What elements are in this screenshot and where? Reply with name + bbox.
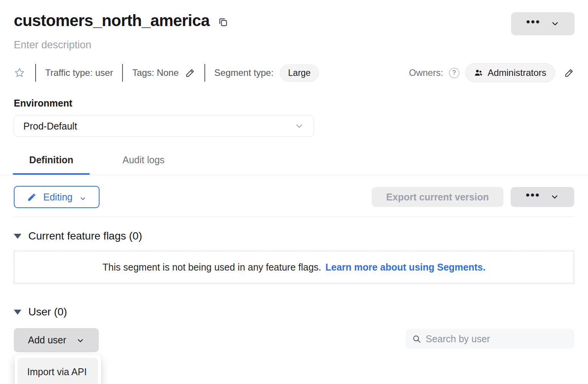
chevron-down-icon xyxy=(79,194,87,201)
add-user-button[interactable]: Add user xyxy=(14,328,99,352)
environment-section: Environment Prod-Default xyxy=(0,98,588,137)
user-section: User (0) Add user Import via API xyxy=(14,306,574,352)
environment-select[interactable]: Prod-Default xyxy=(14,115,314,137)
traffic-type: Traffic type: user xyxy=(36,67,122,78)
help-question-icon[interactable]: ? xyxy=(449,68,459,78)
menu-item-import-via-api[interactable]: Import via API xyxy=(18,358,98,384)
page-title: customers_north_america xyxy=(14,11,209,30)
editing-status-label: Editing xyxy=(43,192,72,203)
feature-flags-section-title: Current feature flags (0) xyxy=(28,230,142,242)
toolbar-more-menu-button[interactable]: ••• xyxy=(511,187,574,207)
copy-icon[interactable] xyxy=(218,17,228,27)
feature-flags-section: Current feature flags (0) This segment i… xyxy=(14,230,574,284)
divider xyxy=(14,217,574,217)
page-header: customers_north_america ••• Enter descri… xyxy=(0,0,588,51)
segment-type-label: Segment type: xyxy=(214,67,274,78)
description-placeholder[interactable]: Enter description xyxy=(14,39,574,51)
chevron-down-icon xyxy=(550,19,560,28)
segment-type: Segment type: Large xyxy=(205,64,328,82)
toolbar-right: Export current version ••• xyxy=(372,187,574,207)
user-section-title: User (0) xyxy=(28,306,67,318)
feature-flags-section-header[interactable]: Current feature flags (0) xyxy=(14,230,574,242)
edit-owners-pencil-icon[interactable] xyxy=(564,68,574,78)
ellipsis-icon: ••• xyxy=(526,189,540,205)
environment-label: Environment xyxy=(14,98,574,109)
tags-label: Tags: None xyxy=(132,67,178,78)
people-icon xyxy=(474,68,483,77)
owners-badge[interactable]: Administrators xyxy=(465,63,555,82)
caret-down-icon xyxy=(14,310,21,315)
export-current-version-button[interactable]: Export current version xyxy=(372,187,503,207)
user-search-input[interactable] xyxy=(426,333,568,345)
learn-more-link[interactable]: Learn more about using Segments. xyxy=(325,262,485,273)
tab-definition[interactable]: Definition xyxy=(13,150,90,175)
traffic-type-label: Traffic type: user xyxy=(45,67,113,78)
tags: Tags: None xyxy=(123,67,204,78)
title-row: customers_north_america xyxy=(14,11,574,30)
header-more-menu-button[interactable]: ••• xyxy=(511,12,575,35)
owners-label: Owners: xyxy=(409,67,443,78)
user-controls: Add user Import via API xyxy=(14,328,574,352)
caret-down-icon xyxy=(14,234,21,239)
feature-flags-empty-state: This segment is not being used in any fe… xyxy=(14,251,574,284)
ellipsis-icon: ••• xyxy=(526,16,541,31)
search-icon xyxy=(412,334,421,344)
owners-value: Administrators xyxy=(488,67,546,78)
favorite-star-icon[interactable] xyxy=(14,67,25,79)
segment-detail-page: customers_north_america ••• Enter descri… xyxy=(0,0,588,384)
chevron-down-icon xyxy=(550,192,559,202)
add-user-dropdown-menu: Import via API xyxy=(15,354,101,384)
user-search-box[interactable] xyxy=(406,329,574,349)
environment-selected-value: Prod-Default xyxy=(23,121,77,132)
tab-bar: Definition Audit logs xyxy=(0,150,588,175)
chevron-down-icon xyxy=(76,336,85,345)
empty-state-text: This segment is not being used in any fe… xyxy=(103,262,321,273)
edit-tags-pencil-icon[interactable] xyxy=(185,68,195,78)
user-section-header[interactable]: User (0) xyxy=(14,306,574,318)
segment-type-badge: Large xyxy=(280,64,319,82)
pencil-icon xyxy=(27,192,36,202)
add-user-label: Add user xyxy=(28,335,66,346)
chevron-down-icon xyxy=(294,121,304,131)
owners-group: Owners: ? Administrators xyxy=(409,63,574,82)
tab-audit-logs[interactable]: Audit logs xyxy=(122,150,165,175)
editing-status-button[interactable]: Editing xyxy=(14,186,100,208)
add-user-wrap: Add user Import via API xyxy=(14,328,99,352)
definition-toolbar: Editing Export current version ••• xyxy=(14,186,574,208)
meta-row: Traffic type: user Tags: None Segment ty… xyxy=(14,64,574,82)
